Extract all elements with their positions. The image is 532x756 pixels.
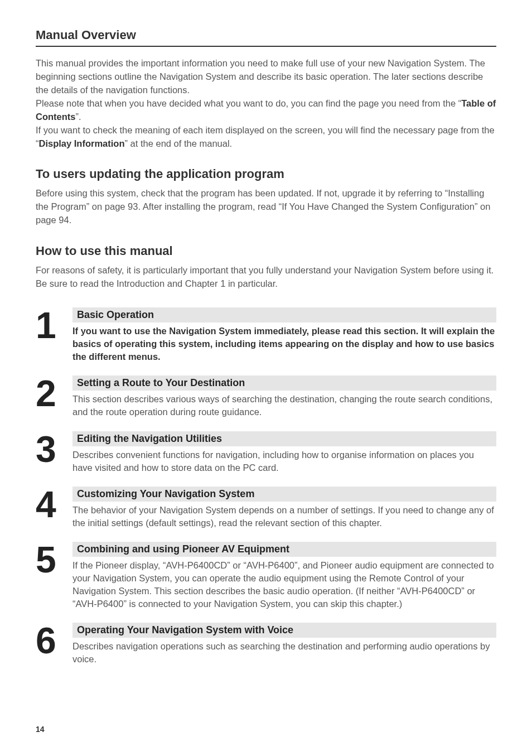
chapter-text: If the Pioneer display, “AVH-P6400CD” or… [72,559,496,610]
intro-display-bold: Display Information [39,138,125,148]
page: Manual Overview This manual provides the… [0,0,532,756]
chapter-body: Editing the Navigation Utilities Describ… [72,431,496,474]
chapter-number: 3 [36,434,72,465]
chapter-item: 1 Basic Operation If you want to use the… [36,307,496,363]
intro-line-1: This manual provides the important infor… [36,58,485,95]
chapter-number: 2 [36,378,72,409]
intro-line-2-pre: Please note that when you have decided w… [36,98,461,108]
chapter-body: Customizing Your Navigation System The b… [72,487,496,529]
chapter-text: Describes convenient functions for navig… [72,449,496,474]
intro-line-3-post: ” at the end of the manual. [125,138,233,148]
chapter-item: 6 Operating Your Navigation System with … [36,623,496,666]
page-title: Manual Overview [36,28,496,47]
chapter-item: 2 Setting a Route to Your Destination Th… [36,375,496,418]
chapter-title: Combining and using Pioneer AV Equipment [72,542,496,557]
chapter-text: If you want to use the Navigation System… [72,325,496,363]
chapter-body: Operating Your Navigation System with Vo… [72,623,496,666]
intro-line-2-post: ”. [76,112,81,122]
chapter-text: The behavior of your Navigation System d… [72,504,496,529]
chapter-number: 1 [36,310,72,341]
chapter-item: 4 Customizing Your Navigation System The… [36,487,496,529]
section-update-heading: To users updating the application progra… [36,167,496,181]
chapter-body: Combining and using Pioneer AV Equipment… [72,542,496,610]
chapter-item: 5 Combining and using Pioneer AV Equipme… [36,542,496,610]
section-update-body: Before using this system, check that the… [36,187,496,227]
chapter-text: Describes navigation operations such as … [72,640,496,666]
chapter-number: 6 [36,625,72,656]
chapter-text: This section describes various ways of s… [72,393,496,418]
chapter-list: 1 Basic Operation If you want to use the… [36,307,496,666]
chapter-title: Setting a Route to Your Destination [72,375,496,391]
chapter-title: Basic Operation [72,307,496,322]
chapter-body: Setting a Route to Your Destination This… [72,375,496,418]
section-howto-heading: How to use this manual [36,244,496,258]
chapter-title: Editing the Navigation Utilities [72,431,496,446]
section-howto-body: For reasons of safety, it is particularl… [36,264,496,291]
chapter-body: Basic Operation If you want to use the N… [72,307,496,363]
chapter-number: 4 [36,489,72,520]
intro-paragraph: This manual provides the important infor… [36,57,496,150]
chapter-title: Operating Your Navigation System with Vo… [72,623,496,638]
chapter-number: 5 [36,544,72,575]
page-number: 14 [36,725,45,734]
chapter-item: 3 Editing the Navigation Utilities Descr… [36,431,496,474]
chapter-title: Customizing Your Navigation System [72,487,496,502]
